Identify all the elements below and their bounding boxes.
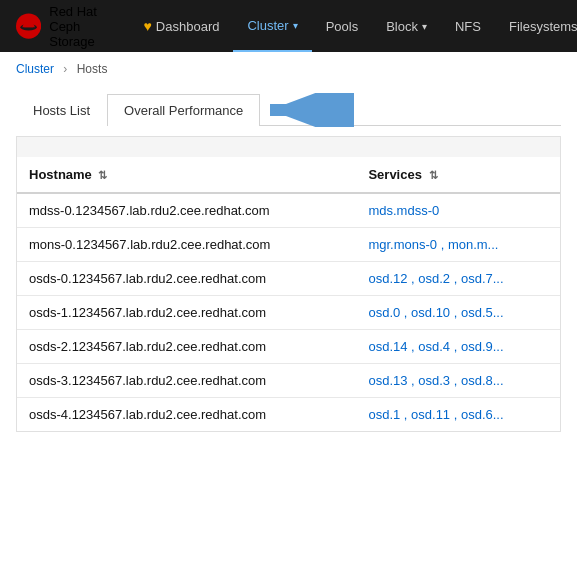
table-row: mons-0.1234567.lab.rdu2.cee.redhat.commg… [17,228,560,262]
table-row: mdss-0.1234567.lab.rdu2.cee.redhat.commd… [17,193,560,228]
cell-hostname: osds-3.1234567.lab.rdu2.cee.redhat.com [17,364,356,398]
table-header-row: Hostname ⇅ Services ⇅ [17,157,560,193]
heart-icon: ♥ [144,18,152,34]
cell-services[interactable]: osd.14 , osd.4 , osd.9... [356,330,560,364]
table-row: osds-3.1234567.lab.rdu2.cee.redhat.comos… [17,364,560,398]
nav-dashboard[interactable]: ♥ Dashboard [130,0,234,52]
breadcrumb-separator: › [63,62,67,76]
hosts-table: Hostname ⇅ Services ⇅ mdss-0.1234567.lab… [17,157,560,431]
services-link[interactable]: osd.1 , osd.11 , osd.6... [368,407,503,422]
nav-pools[interactable]: Pools [312,0,373,52]
cell-hostname: osds-1.1234567.lab.rdu2.cee.redhat.com [17,296,356,330]
cell-hostname: osds-0.1234567.lab.rdu2.cee.redhat.com [17,262,356,296]
sort-icon: ⇅ [98,169,107,181]
chevron-down-icon: ▾ [293,20,298,31]
svg-point-2 [24,22,33,26]
cell-services[interactable]: mds.mdss-0 [356,193,560,228]
col-services[interactable]: Services ⇅ [356,157,560,193]
cell-services[interactable]: osd.12 , osd.2 , osd.7... [356,262,560,296]
table-row: osds-4.1234567.lab.rdu2.cee.redhat.comos… [17,398,560,432]
nav-filesystems[interactable]: Filesystems [495,0,577,52]
table-row: osds-2.1234567.lab.rdu2.cee.redhat.comos… [17,330,560,364]
tabs: Hosts List Overall Performance [16,94,561,126]
table-row: osds-1.1234567.lab.rdu2.cee.redhat.comos… [17,296,560,330]
tab-overall-performance[interactable]: Overall Performance [107,94,260,126]
redhat-logo-icon [16,8,41,44]
table-body: mdss-0.1234567.lab.rdu2.cee.redhat.commd… [17,193,560,431]
nav-cluster[interactable]: Cluster ▾ [233,0,311,52]
nav-block[interactable]: Block ▾ [372,0,441,52]
col-hostname[interactable]: Hostname ⇅ [17,157,356,193]
nav-block-label: Block [386,19,418,34]
chevron-down-icon-block: ▾ [422,21,427,32]
cell-services[interactable]: mgr.mons-0 , mon.m... [356,228,560,262]
cell-services[interactable]: osd.0 , osd.10 , osd.5... [356,296,560,330]
main-nav: ♥ Dashboard Cluster ▾ Pools Block ▾ NFS … [130,0,577,52]
cell-hostname: mdss-0.1234567.lab.rdu2.cee.redhat.com [17,193,356,228]
sort-icon-services: ⇅ [429,169,438,181]
table-row: osds-0.1234567.lab.rdu2.cee.redhat.comos… [17,262,560,296]
tab-overall-performance-wrapper: Overall Performance [107,94,260,125]
tabs-container: Hosts List Overall Performance [0,82,577,126]
tab-hosts-list[interactable]: Hosts List [16,94,107,126]
services-link[interactable]: osd.13 , osd.3 , osd.8... [368,373,503,388]
cell-services[interactable]: osd.13 , osd.3 , osd.8... [356,364,560,398]
breadcrumb-cluster[interactable]: Cluster [16,62,54,76]
breadcrumb-hosts: Hosts [77,62,108,76]
services-link[interactable]: osd.0 , osd.10 , osd.5... [368,305,503,320]
services-link[interactable]: osd.12 , osd.2 , osd.7... [368,271,503,286]
nav-filesystems-label: Filesystems [509,19,577,34]
services-link[interactable]: mds.mdss-0 [368,203,439,218]
nav-nfs-label: NFS [455,19,481,34]
nav-cluster-label: Cluster [247,18,288,33]
nav-pools-label: Pools [326,19,359,34]
brand-text: Red Hat Ceph Storage [49,4,105,49]
annotation-arrow-icon [264,93,354,127]
cell-hostname: osds-2.1234567.lab.rdu2.cee.redhat.com [17,330,356,364]
nav-nfs[interactable]: NFS [441,0,495,52]
nav-dashboard-label: Dashboard [156,19,220,34]
logo-area: Red Hat Ceph Storage [16,4,106,49]
brand-name: Red Hat [49,4,105,19]
cell-services[interactable]: osd.1 , osd.11 , osd.6... [356,398,560,432]
services-link[interactable]: osd.14 , osd.4 , osd.9... [368,339,503,354]
app-header: Red Hat Ceph Storage ♥ Dashboard Cluster… [0,0,577,52]
services-link[interactable]: mgr.mons-0 , mon.m... [368,237,498,252]
cell-hostname: osds-4.1234567.lab.rdu2.cee.redhat.com [17,398,356,432]
breadcrumb: Cluster › Hosts [0,52,577,82]
table-toolbar [17,137,560,157]
brand-sub: Ceph Storage [49,19,105,49]
hosts-table-container: Hostname ⇅ Services ⇅ mdss-0.1234567.lab… [16,136,561,432]
cell-hostname: mons-0.1234567.lab.rdu2.cee.redhat.com [17,228,356,262]
